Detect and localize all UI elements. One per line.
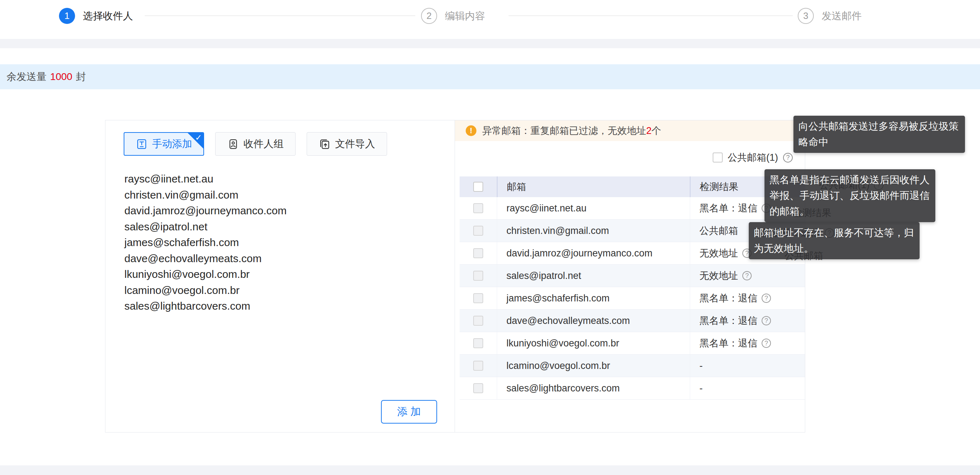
tab-manual-add[interactable]: 手动添加 ✓ <box>124 132 204 156</box>
help-icon[interactable]: ? <box>783 153 793 162</box>
step-edit-content: 2 编辑内容 <box>421 8 485 24</box>
row-checkbox[interactable] <box>473 361 483 371</box>
table-header-row: 邮箱 检测结果 <box>460 176 805 197</box>
recipient-group-icon <box>227 138 239 150</box>
table-row: sales@ipatrol.net无效地址? <box>460 265 805 287</box>
row-checkbox-cell <box>460 220 497 242</box>
check-result-table: 邮箱 检测结果 raysc@iinet.net.au黑名单：退信?christe… <box>460 176 805 400</box>
quota-amount: 1000 <box>46 71 76 82</box>
help-icon[interactable]: ? <box>742 271 752 280</box>
row-email: dave@echovalleymeats.com <box>497 310 690 332</box>
help-icon[interactable]: ? <box>762 316 771 326</box>
warning-text-suffix: 个 <box>652 124 661 137</box>
manual-email-input[interactable]: raysc@iinet.net.au christen.vin@gmail.co… <box>124 171 286 314</box>
row-result: 无效地址? <box>690 265 805 287</box>
wizard-stepper: 1 选择收件人 2 编辑内容 3 发送邮件 <box>0 0 980 39</box>
row-checkbox[interactable] <box>473 248 483 258</box>
step-number-badge: 3 <box>798 8 814 24</box>
row-email: sales@ipatrol.net <box>497 265 690 287</box>
step-number-badge: 2 <box>421 8 437 24</box>
quota-unit: 封 <box>76 71 86 82</box>
warning-icon: ! <box>466 126 476 136</box>
recipient-card: 手动添加 ✓ 收件人组 文件导入 <box>105 120 805 432</box>
table-row: lcamino@voegol.com.br- <box>460 355 805 377</box>
step-number-badge: 1 <box>59 8 75 24</box>
row-checkbox-cell <box>460 265 497 287</box>
row-email: lkuniyoshi@voegol.com.br <box>497 332 690 354</box>
row-checkbox-cell <box>460 197 497 219</box>
bottom-band <box>0 465 980 475</box>
quota-label: 余发送量 <box>6 71 46 82</box>
add-recipients-panel: 手动添加 ✓ 收件人组 文件导入 <box>105 120 455 432</box>
row-checkbox-cell <box>460 287 497 309</box>
warning-text: 异常邮箱：重复邮箱已过滤，无效地址 <box>482 124 646 137</box>
add-button[interactable]: 添 加 <box>381 400 437 424</box>
step-label: 编辑内容 <box>445 9 485 23</box>
tab-label: 收件人组 <box>244 137 284 151</box>
invalid-address-tooltip: 邮箱地址不存在、服务不可达等，归为无效地址。 <box>749 222 920 259</box>
tab-recipient-group[interactable]: 收件人组 <box>215 132 296 156</box>
row-email: lcamino@voegol.com.br <box>497 355 690 377</box>
header-divider-band <box>0 39 980 48</box>
step-connector-line <box>145 15 415 16</box>
table-row: sales@lightbarcovers.com- <box>460 377 805 400</box>
tab-label: 文件导入 <box>335 137 375 151</box>
row-email: christen.vin@gmail.com <box>497 220 690 242</box>
row-checkbox-cell <box>460 377 497 399</box>
row-email: david.jamroz@journeymanco.com <box>497 242 690 264</box>
public-mailbox-tooltip: 向公共邮箱发送过多容易被反垃圾策略命中 <box>794 116 965 153</box>
help-icon[interactable]: ? <box>762 294 771 303</box>
blacklist-tooltip: 黑名单是指在云邮通发送后因收件人举报、手动退订、反垃圾邮件而退信的邮箱。 <box>765 169 935 222</box>
table-row: raysc@iinet.net.au黑名单：退信? <box>460 197 805 220</box>
row-email: raysc@iinet.net.au <box>497 197 690 219</box>
email-entry: dave@echovalleymeats.com <box>124 251 286 267</box>
tab-label: 手动添加 <box>152 137 192 151</box>
public-mailbox-filter-row: 公共邮箱(1) ? <box>713 151 793 164</box>
row-checkbox[interactable] <box>473 383 483 393</box>
table-row: james@schaferfish.com黑名单：退信? <box>460 287 805 310</box>
row-result: 黑名单：退信? <box>690 332 805 354</box>
email-entry: david.jamroz@journeymanco.com <box>124 203 286 219</box>
table-row: lkuniyoshi@voegol.com.br黑名单：退信? <box>460 332 805 355</box>
step-send-mail: 3 发送邮件 <box>798 8 862 24</box>
header-checkbox-cell <box>460 176 497 197</box>
row-checkbox-cell <box>460 332 497 354</box>
step-connector-line <box>509 15 793 16</box>
row-checkbox[interactable] <box>473 293 483 303</box>
row-checkbox[interactable] <box>473 203 483 213</box>
row-result: - <box>690 377 805 399</box>
email-entry: lkuniyoshi@voegol.com.br <box>124 267 286 283</box>
row-checkbox[interactable] <box>473 271 483 281</box>
row-checkbox-cell <box>460 242 497 264</box>
public-mailbox-label: 公共邮箱(1) <box>728 151 778 164</box>
row-checkbox[interactable] <box>473 226 483 236</box>
row-result: 黑名单：退信? <box>690 287 805 309</box>
row-result: - <box>690 355 805 377</box>
row-email: james@schaferfish.com <box>497 287 690 309</box>
email-entry: raysc@iinet.net.au <box>124 171 286 187</box>
add-mode-tabs: 手动添加 ✓ 收件人组 文件导入 <box>124 132 387 156</box>
help-icon[interactable]: ? <box>762 338 771 348</box>
public-mailbox-checkbox[interactable] <box>713 153 723 162</box>
row-checkbox[interactable] <box>473 316 483 326</box>
step-label: 选择收件人 <box>83 9 133 23</box>
email-entry: james@schaferfish.com <box>124 235 286 251</box>
step-select-recipients: 1 选择收件人 <box>59 8 133 24</box>
step-label: 发送邮件 <box>822 9 862 23</box>
table-row: dave@echovalleymeats.com黑名单：退信? <box>460 310 805 332</box>
row-email: sales@lightbarcovers.com <box>497 377 690 399</box>
invalid-count: 2 <box>646 126 652 137</box>
tab-file-import[interactable]: 文件导入 <box>307 132 387 156</box>
email-entry: sales@ipatrol.net <box>124 219 286 235</box>
header-email-column: 邮箱 <box>497 176 690 197</box>
select-all-checkbox[interactable] <box>473 182 483 192</box>
email-entry: sales@lightbarcovers.com <box>124 298 286 314</box>
manual-add-icon <box>136 138 148 150</box>
row-result: 黑名单：退信? <box>690 310 805 332</box>
email-entry: lcamino@voegol.com.br <box>124 283 286 299</box>
active-tab-check-icon: ✓ <box>195 133 202 143</box>
check-result-panel: ! 异常邮箱：重复邮箱已过滤，无效地址 2 个 公共邮箱(1) ? 邮箱 检测结… <box>455 120 805 432</box>
email-entry: christen.vin@gmail.com <box>124 187 286 203</box>
row-checkbox-cell <box>460 310 497 332</box>
row-checkbox[interactable] <box>473 338 483 348</box>
